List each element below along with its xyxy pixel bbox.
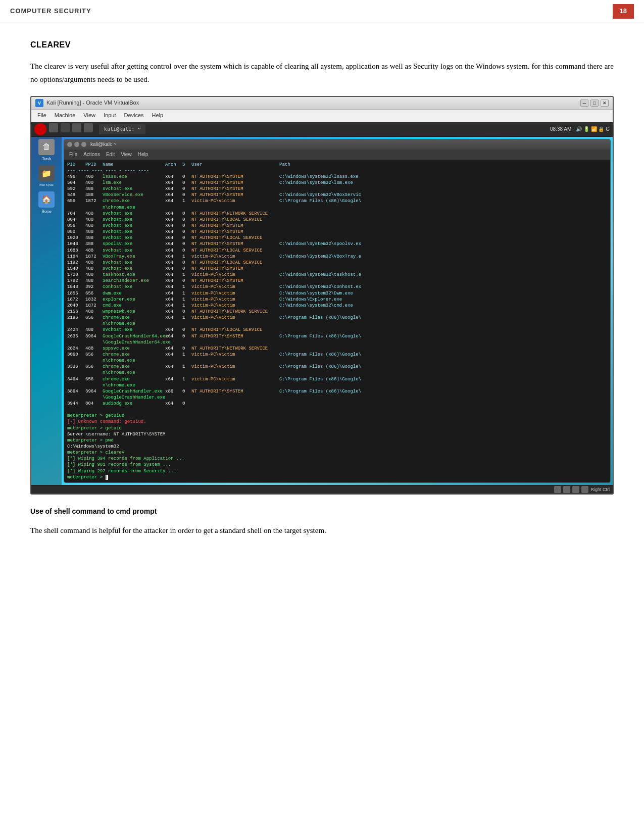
terminal-process-row: \GoogleCrashHandler64.exe xyxy=(67,339,607,346)
vbox-menu-file[interactable]: File xyxy=(33,110,51,121)
kali-time: 08:38 AM 🔊 🔋 📶 🔒 G xyxy=(550,125,610,133)
terminal-process-row: 548488VBoxService.exex640NT AUTHORITY\SY… xyxy=(67,192,607,198)
terminal-process-row: 1792488SearchIndexer.exex640NT AUTHORITY… xyxy=(67,278,607,284)
kali-icon-2 xyxy=(49,123,58,132)
sidebar-icon-trash[interactable]: 🗑 Trash xyxy=(35,139,58,163)
terminal-line: [*] Wiping 901 records from System ... xyxy=(67,462,607,468)
vbox-win-controls[interactable]: ─ □ ✕ xyxy=(580,100,609,107)
terminal-line: meterpreter > | xyxy=(67,474,607,480)
kali-toolbar: kali@kali: ~ 08:38 AM 🔊 🔋 📶 🔒 G xyxy=(31,122,613,137)
terminal-process-row: 1540488svchost.exex640NT AUTHORITY\SYSTE… xyxy=(67,266,607,272)
tray-icon-1 xyxy=(554,486,561,493)
tray-text: Right Ctrl xyxy=(590,486,610,493)
term-menu-help[interactable]: Help xyxy=(135,150,152,159)
terminal-line: meterpreter > getuid xyxy=(67,425,607,431)
term-menu-actions[interactable]: Actions xyxy=(80,150,103,159)
vbox-menu-machine[interactable]: Machine xyxy=(51,110,80,121)
kali-desktop: 🗑 Trash 📁 File Syste 🏠 Home xyxy=(31,137,613,485)
screenshot-container: V Kali [Running] - Oracle VM VirtualBox … xyxy=(30,96,614,495)
terminal-line: Server username: NT AUTHORITY\SYSTEM xyxy=(67,431,607,437)
terminal-titlebar: kali@kali: ~ xyxy=(64,139,610,150)
home-icon: 🏠 xyxy=(38,191,55,208)
kali-icon-5 xyxy=(84,123,93,132)
header-title: COMPUTER SECURITY xyxy=(10,6,91,17)
kali-taskbar-bottom: Right Ctrl xyxy=(31,485,613,494)
tray-icon-4 xyxy=(581,486,588,493)
terminal-process-row: 18721832explorer.exex641victim-PC\victim… xyxy=(67,297,607,303)
terminal-line: [*] Wiping 297 records from Security ... xyxy=(67,468,607,474)
terminal-process-row: n\chrome.exe xyxy=(67,370,607,376)
main-content: CLEAREV The clearev is very useful after… xyxy=(0,23,644,567)
sub-section-heading: Use of shell command to cmd prompt xyxy=(30,506,614,517)
terminal-process-row: 804488svchost.exex640NT AUTHORITY\LOCAL … xyxy=(67,217,607,223)
terminal-process-row: 3464656chrome.exex641victim-PC\victimC:\… xyxy=(67,376,607,382)
kali-dragon-icon xyxy=(34,123,46,135)
terminal-process-row: 2824488sppsvc.exex640NT AUTHORITY\NETWOR… xyxy=(67,346,607,352)
terminal-process-row: 3944804audiodg.exex640 xyxy=(67,401,607,407)
page-number: 18 xyxy=(613,4,634,19)
kali-icon-3 xyxy=(61,123,70,132)
terminal-line: C:\Windows\system32 xyxy=(67,444,607,450)
terminal-process-row: 38643964GoogleCrashHandler.exex860NT AUT… xyxy=(67,388,607,395)
kali-icon-4 xyxy=(72,123,81,132)
terminal-dot-3 xyxy=(81,142,86,147)
terminal-process-row: 1192488svchost.exex640NT AUTHORITY\LOCAL… xyxy=(67,260,607,266)
terminal-process-row: 26363964GoogleCrashHandler64.exex640NT A… xyxy=(67,333,607,339)
terminal-line: meterpreter > pwd xyxy=(67,437,607,444)
terminal-process-row: 704488svchost.exex640NT AUTHORITY\NETWOR… xyxy=(67,211,607,217)
terminal-process-row: 592488svchost.exex640NT AUTHORITY\SYSTEM xyxy=(67,186,607,192)
terminal-process-row: \GoogleCrashHandler.exe xyxy=(67,395,607,401)
terminal-process-row: n\chrome.exe xyxy=(67,358,607,364)
trash-label: Trash xyxy=(42,156,51,163)
terminal-process-row: 1848392conhost.exex641victim-PC\victimC:… xyxy=(67,284,607,290)
maximize-button[interactable]: □ xyxy=(590,100,599,107)
vbox-title-text: Kali [Running] - Oracle VM VirtualBox xyxy=(46,99,139,108)
sidebar-icon-files[interactable]: 📁 File Syste xyxy=(35,165,58,188)
vbox-icon: V xyxy=(35,99,43,107)
terminal-line: meterpreter > clearev xyxy=(67,450,607,456)
terminal-process-row: 1856656dwm.exex641victim-PC\victimC:\Win… xyxy=(67,290,607,297)
sidebar-icon-home[interactable]: 🏠 Home xyxy=(35,191,58,215)
vbox-menubar: File Machine View Input Devices Help xyxy=(31,110,613,122)
close-button[interactable]: ✕ xyxy=(601,100,609,107)
terminal-process-row: n\chrome.exe xyxy=(67,382,607,388)
terminal-process-row: 3336656chrome.exex641victim-PC\victimC:\… xyxy=(67,364,607,370)
terminal-dot-2 xyxy=(74,142,79,147)
terminal-process-row: 496400lsass.exex640NT AUTHORITY\SYSTEMC:… xyxy=(67,174,607,180)
term-menu-edit[interactable]: Edit xyxy=(103,150,118,159)
kali-tab[interactable]: kali@kali: ~ xyxy=(99,124,145,134)
terminal-process-row: 2424488svchost.exex640NT AUTHORITY\LOCAL… xyxy=(67,327,607,333)
term-menu-view[interactable]: View xyxy=(118,150,135,159)
terminal-process-row: 856488svchost.exex640NT AUTHORITY\SYSTEM xyxy=(67,223,607,229)
terminal-process-row: 1720488taskhost.exex641victim-PC\victimC… xyxy=(67,272,607,278)
files-label: File Syste xyxy=(39,182,54,188)
terminal-process-row: 1048488spoolsv.exex640NT AUTHORITY\SYSTE… xyxy=(67,241,607,247)
term-menu-file[interactable]: File xyxy=(66,150,80,159)
header-bar: COMPUTER SECURITY 18 xyxy=(0,0,644,23)
kali-toolbar-icons xyxy=(34,123,93,135)
vbox-title-left: V Kali [Running] - Oracle VM VirtualBox xyxy=(35,99,139,108)
terminal-line: [-] Unknown command: getuiud. xyxy=(67,419,607,425)
terminal-window: kali@kali: ~ File Actions Edit View Help… xyxy=(64,139,611,483)
terminal-dot-1 xyxy=(67,142,72,147)
kali-sys-tray: Right Ctrl xyxy=(554,486,610,493)
vbox-menu-input[interactable]: Input xyxy=(100,110,120,121)
vbox-menu-devices[interactable]: Devices xyxy=(120,110,147,121)
terminal-process-row: n\chrome.exe xyxy=(67,321,607,327)
terminal-process-row: n\chrome.exe xyxy=(67,205,607,211)
minimize-button[interactable]: ─ xyxy=(580,100,588,107)
terminal-title: kali@kali: ~ xyxy=(90,140,117,149)
trash-icon: 🗑 xyxy=(38,139,55,155)
paragraph-2: The shell command is helpful for the att… xyxy=(30,524,614,537)
terminal-process-row: 504400lsm.exex640NT AUTHORITY\SYSTEMC:\W… xyxy=(67,180,607,186)
paragraph-1: The clearev is very useful after getting… xyxy=(30,60,614,86)
vbox-menu-help[interactable]: Help xyxy=(148,110,168,121)
files-icon: 📁 xyxy=(38,165,55,181)
terminal-process-row: 3060656chrome.exex641victim-PC\victimC:\… xyxy=(67,352,607,358)
terminal-body: PIDPPIDNameArchSUserPath--- ---- ---- --… xyxy=(64,160,610,482)
kali-sidebar: 🗑 Trash 📁 File Syste 🏠 Home xyxy=(31,137,62,485)
vbox-menu-view[interactable]: View xyxy=(79,110,100,121)
terminal-line: [*] Wiping 394 records from Application … xyxy=(67,456,607,462)
vbox-titlebar: V Kali [Running] - Oracle VM VirtualBox … xyxy=(31,97,613,110)
terminal-process-row: 6561872chrome.exex641victim-PC\victimC:\… xyxy=(67,198,607,204)
